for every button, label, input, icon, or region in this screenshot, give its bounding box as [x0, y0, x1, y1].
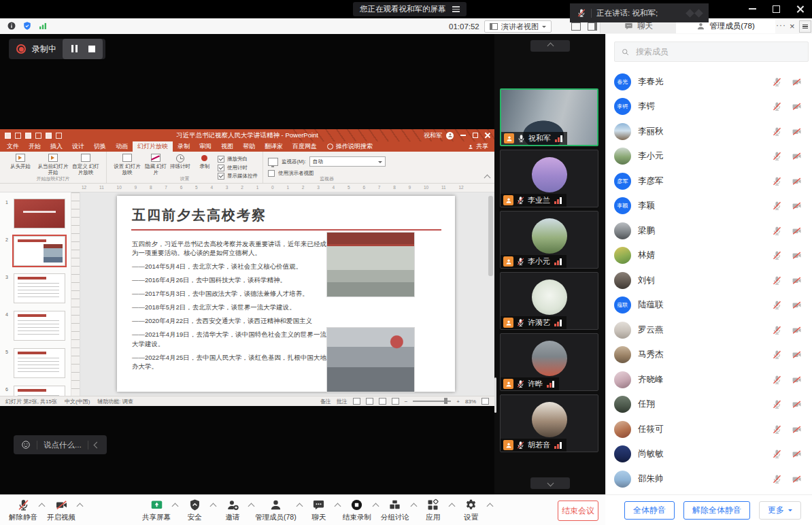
tell-me-search[interactable]: 操作说明搜索 [327, 142, 373, 151]
ppt-tab-3[interactable]: 设计 [67, 141, 89, 152]
member-mic-muted-icon[interactable] [772, 101, 782, 112]
member-mic-muted-icon[interactable] [772, 449, 782, 459]
toolbar-item-chat[interactable]: 聊天 [300, 495, 338, 525]
unmute-all-button[interactable]: 解除全体静音 [683, 501, 750, 520]
comments-button[interactable]: 批注 [337, 398, 348, 405]
reading-view-icon[interactable] [379, 398, 386, 405]
member-camera-muted-icon[interactable] [792, 350, 802, 360]
ppt-share-button[interactable]: 共享 [468, 142, 488, 151]
toolbar-item-stop[interactable]: 结束录制 [338, 495, 376, 525]
member-row[interactable]: 彦军 李彦军 [606, 169, 812, 194]
collapse-ribbon-icon[interactable] [484, 175, 491, 182]
quick-access-icons[interactable] [5, 133, 62, 139]
member-mic-muted-icon[interactable] [772, 325, 782, 335]
ppt-tab-4[interactable]: 切换 [89, 141, 111, 152]
setup-slideshow-button[interactable]: 设置 幻灯片放映 [112, 154, 143, 175]
ppt-tab-7[interactable]: 录制 [173, 141, 194, 152]
member-row[interactable]: 林婧 [606, 243, 812, 269]
video-tile[interactable]: 胡若音 [500, 394, 598, 452]
chevron-up-icon[interactable] [486, 503, 493, 510]
ppt-tab-11[interactable]: 翻译家 [260, 141, 288, 152]
record-slideshow-button[interactable]: 录制 [193, 154, 216, 170]
video-tile[interactable]: 祝和军 [500, 88, 598, 146]
ppt-account-avatar[interactable] [446, 132, 454, 139]
ppt-tab-2[interactable]: 插入 [46, 141, 67, 152]
member-camera-muted-icon[interactable] [792, 250, 802, 260]
zoom-slider[interactable] [413, 401, 451, 402]
toolbar-item-shield[interactable]: 安全 [175, 495, 214, 525]
rehearse-timings-button[interactable]: 排练计时 [169, 154, 192, 170]
banner-menu-icon[interactable] [452, 5, 460, 14]
member-camera-muted-icon[interactable] [792, 449, 802, 459]
member-row[interactable]: 春光 李春光 [606, 69, 812, 95]
toolbar-item-person[interactable]: 管理成员(78) [252, 495, 300, 525]
member-row[interactable]: 梁鹏 [606, 218, 812, 243]
fullscreen-icon[interactable] [571, 22, 581, 31]
ppt-tab-6[interactable]: 幻灯片放映 [133, 141, 173, 152]
member-row[interactable]: 李丽秋 [606, 119, 812, 144]
ppt-close-button[interactable] [485, 133, 490, 138]
member-row[interactable]: 任翔 [606, 392, 812, 418]
member-mic-muted-icon[interactable] [772, 375, 782, 385]
member-camera-muted-icon[interactable] [792, 474, 802, 484]
member-mic-muted-icon[interactable] [772, 275, 782, 286]
member-camera-muted-icon[interactable] [792, 176, 802, 186]
quick-chat-pill[interactable]: 说点什么... [14, 435, 107, 454]
ppt-tab-12[interactable]: 百度网盘 [288, 141, 322, 152]
more-button[interactable]: 更多 [759, 501, 801, 520]
member-mic-muted-icon[interactable] [772, 399, 782, 409]
slide-scrollbar[interactable] [488, 196, 493, 276]
slide-thumbnail[interactable]: 6 [14, 386, 65, 396]
member-row[interactable]: 邵朱帅 [606, 467, 812, 492]
zoom-level[interactable]: 83% [465, 399, 476, 405]
pause-recording-button[interactable] [70, 43, 78, 55]
member-row[interactable]: 任筱可 [606, 417, 812, 442]
toolbar-item-breakout[interactable]: 分组讨论 [376, 495, 414, 525]
normal-view-icon[interactable] [353, 398, 360, 405]
zoom-in-icon[interactable]: + [456, 399, 460, 405]
collapse-left-icon[interactable] [93, 441, 100, 448]
video-tile[interactable]: 许晔 [500, 333, 598, 391]
monitor-dropdown[interactable]: 自动 [309, 156, 386, 167]
toolbar-item-apps[interactable]: 应用 [414, 495, 452, 525]
member-mic-muted-icon[interactable] [772, 250, 782, 260]
slideshow-view-icon[interactable] [392, 398, 399, 405]
member-mic-muted-icon[interactable] [772, 77, 782, 87]
member-mic-muted-icon[interactable] [772, 474, 782, 484]
member-row[interactable]: 李锷 李锷 [606, 95, 812, 120]
member-row[interactable]: 刘钊 [606, 268, 812, 293]
member-camera-muted-icon[interactable] [792, 151, 802, 161]
use-timings-checkbox[interactable]: 使用计时 [218, 165, 258, 171]
view-mode-button[interactable]: 演讲者视图 [484, 20, 552, 33]
video-tile[interactable]: 许漪艺 [500, 272, 598, 330]
end-meeting-button[interactable]: 结束会议 [558, 501, 598, 521]
play-narration-checkbox[interactable]: 播放旁白 [218, 156, 258, 163]
member-row[interactable]: 李颖 李颖 [606, 194, 812, 219]
member-camera-muted-icon[interactable] [792, 101, 802, 112]
minimize-button[interactable] [749, 8, 756, 10]
ppt-tab-9[interactable]: 视图 [216, 141, 238, 152]
ppt-minimize-button[interactable] [460, 135, 466, 136]
ppt-tab-1[interactable]: 开始 [24, 141, 46, 152]
strip-scroll-up-button[interactable] [530, 40, 570, 52]
member-camera-muted-icon[interactable] [792, 126, 802, 137]
video-tile[interactable]: 李小元 [500, 211, 598, 269]
panel-more-icon[interactable]: ··· [776, 20, 786, 30]
ppt-tab-10[interactable]: 帮助 [238, 141, 260, 152]
language-indicator[interactable]: 中文(中国) [65, 398, 90, 405]
meeting-info-icon[interactable] [7, 21, 16, 31]
member-row[interactable]: 尚敏敏 [606, 442, 812, 467]
strip-scrollbar[interactable] [494, 377, 496, 413]
member-mic-muted-icon[interactable] [772, 176, 782, 186]
toolbar-item-cam-off[interactable]: 开启视频 [42, 495, 80, 525]
fit-slide-icon[interactable] [481, 398, 489, 405]
strip-scroll-down-button[interactable] [530, 477, 570, 489]
restore-button[interactable] [773, 5, 780, 13]
toolbar-item-gear[interactable]: 设置 [452, 495, 490, 525]
slide-thumbnail[interactable]: 5 [14, 348, 65, 378]
member-search-box[interactable] [614, 41, 809, 62]
member-row[interactable]: 李小元 [606, 144, 812, 169]
mute-all-button[interactable]: 全体静音 [624, 501, 675, 520]
member-mic-muted-icon[interactable] [772, 201, 782, 211]
hamburger-menu-icon[interactable] [799, 20, 811, 33]
